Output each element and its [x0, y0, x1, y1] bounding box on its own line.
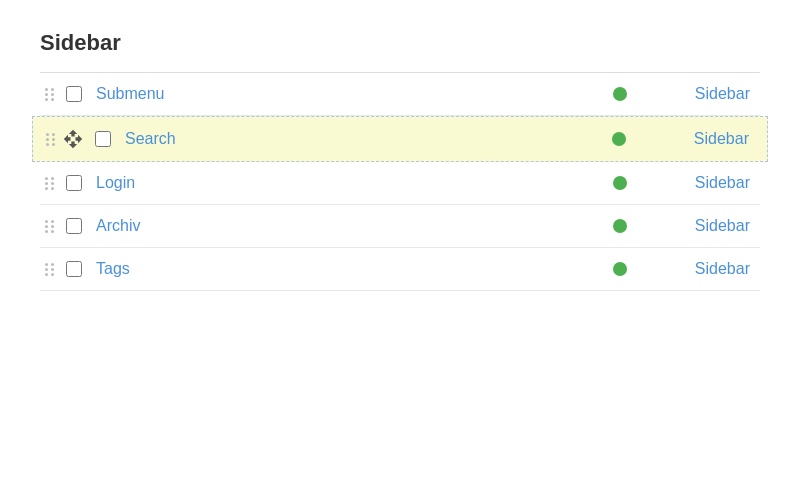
row-checkbox[interactable] [66, 218, 82, 234]
status-indicator [600, 87, 640, 101]
active-dot [613, 176, 627, 190]
active-dot [613, 219, 627, 233]
row-checkbox-cell[interactable] [60, 86, 88, 102]
item-name-label[interactable]: Search [117, 130, 599, 148]
page-title: Sidebar [40, 30, 760, 56]
row-checkbox[interactable] [66, 261, 82, 277]
table-row: Search Sidebar [32, 116, 768, 162]
item-name-label[interactable]: Login [88, 174, 600, 192]
location-label: Sidebar [640, 260, 760, 278]
item-name-label[interactable]: Tags [88, 260, 600, 278]
status-indicator [600, 176, 640, 190]
status-indicator [600, 219, 640, 233]
drag-handle[interactable] [40, 177, 60, 190]
page-container: Sidebar Submenu Sidebar [0, 0, 800, 321]
active-dot [612, 132, 626, 146]
item-name-label[interactable]: Submenu [88, 85, 600, 103]
table-row: Archiv Sidebar [40, 205, 760, 248]
row-checkbox[interactable] [95, 131, 111, 147]
status-indicator [599, 132, 639, 146]
drag-handle[interactable] [40, 88, 60, 101]
drag-handle[interactable] [41, 133, 61, 146]
row-checkbox-cell[interactable] [89, 131, 117, 147]
move-cursor-icon [61, 129, 85, 149]
location-label: Sidebar [640, 174, 760, 192]
drag-handle[interactable] [40, 220, 60, 233]
row-checkbox[interactable] [66, 175, 82, 191]
row-checkbox-cell[interactable] [60, 175, 88, 191]
location-label: Sidebar [639, 130, 759, 148]
location-label: Sidebar [640, 85, 760, 103]
table-row: Login Sidebar [40, 162, 760, 205]
row-checkbox-cell[interactable] [60, 218, 88, 234]
row-checkbox[interactable] [66, 86, 82, 102]
drag-handle[interactable] [40, 263, 60, 276]
menu-items-table: Submenu Sidebar [40, 73, 760, 291]
row-checkbox-cell[interactable] [60, 261, 88, 277]
status-indicator [600, 262, 640, 276]
active-dot [613, 87, 627, 101]
location-label: Sidebar [640, 217, 760, 235]
table-row: Submenu Sidebar [40, 73, 760, 116]
active-dot [613, 262, 627, 276]
table-row: Tags Sidebar [40, 248, 760, 291]
item-name-label[interactable]: Archiv [88, 217, 600, 235]
